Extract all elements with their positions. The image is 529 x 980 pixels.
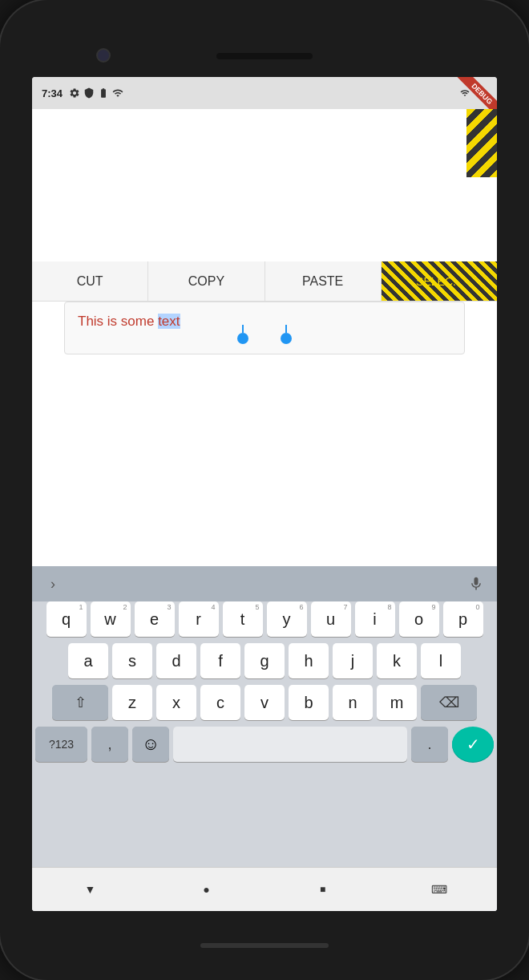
text-input-field[interactable]: This is some text — [64, 302, 465, 354]
key-h[interactable]: h — [289, 643, 329, 678]
status-icons — [69, 87, 123, 99]
key-e-number: 3 — [167, 603, 171, 611]
key-n[interactable]: n — [333, 685, 373, 720]
cut-button[interactable]: CUT — [32, 261, 148, 301]
phone-screen: 7:34 — [32, 77, 497, 911]
paste-button[interactable]: PASTE — [265, 261, 382, 301]
delete-key[interactable]: ⌫ — [421, 685, 477, 720]
back-button[interactable]: ▼ — [71, 873, 111, 905]
numbers-key[interactable]: ?123 — [35, 727, 87, 762]
period-key[interactable]: . — [411, 727, 448, 762]
key-q-number: 1 — [79, 603, 83, 611]
copy-button[interactable]: COPY — [148, 261, 264, 301]
key-v[interactable]: v — [244, 685, 285, 720]
text-before-selection: This is some — [78, 314, 158, 329]
keyboard-row-2: a s d f g h j k l — [32, 643, 497, 678]
key-c[interactable]: c — [200, 685, 240, 720]
keyboard-toolbar-left: › — [42, 573, 64, 595]
selection-handles — [78, 333, 451, 344]
key-u[interactable]: 7u — [311, 601, 351, 637]
key-o-number: 9 — [431, 603, 435, 611]
front-camera — [96, 48, 111, 63]
home-icon: ● — [203, 883, 209, 896]
key-q[interactable]: 1q — [46, 601, 87, 637]
key-p[interactable]: 0p — [443, 601, 483, 637]
select-all-button[interactable]: SELEC... — [382, 261, 497, 301]
keyboard-row-3: ⇧ z x c v b n m ⌫ — [32, 685, 497, 720]
emoji-key[interactable]: ☺ — [132, 727, 169, 762]
mic-icon — [468, 576, 484, 592]
key-e[interactable]: 3e — [135, 601, 175, 637]
shield-icon — [83, 87, 95, 99]
key-b[interactable]: b — [289, 685, 329, 720]
keyboard-bottom-row: ?123 , ☺ . ✓ — [32, 727, 497, 762]
earpiece-speaker — [216, 53, 313, 59]
key-w-number: 2 — [123, 603, 127, 611]
microphone-button[interactable] — [465, 573, 487, 595]
key-t[interactable]: 5t — [223, 601, 263, 637]
enter-key[interactable]: ✓ — [452, 727, 494, 762]
status-time: 7:34 — [42, 87, 63, 99]
battery-icon — [98, 87, 109, 99]
context-menu-toolbar: CUT COPY PASTE SELEC... — [32, 261, 497, 302]
key-w[interactable]: 2w — [91, 601, 131, 637]
key-t-number: 5 — [255, 603, 259, 611]
key-i-number: 8 — [387, 603, 391, 611]
keyboard-row-1: 1q 2w 3e 4r 5t 6y 7u 8i 9o 0p — [32, 601, 497, 637]
navigation-bar: ▼ ● ■ ⌨ — [32, 867, 497, 911]
keyboard-expand-button[interactable]: › — [42, 573, 64, 595]
app-content-area: CUT COPY PASTE SELEC... This is some tex… — [32, 109, 497, 911]
keyboard-toolbar: › — [32, 566, 497, 601]
comma-key[interactable]: , — [91, 727, 128, 762]
key-z[interactable]: z — [112, 685, 152, 720]
key-l[interactable]: l — [421, 643, 461, 678]
screen-content: 7:34 — [32, 77, 497, 911]
recents-icon: ■ — [320, 884, 325, 895]
keyboard-nav-button[interactable]: ⌨ — [419, 873, 459, 905]
recents-button[interactable]: ■ — [303, 873, 343, 905]
text-selection: text — [158, 314, 180, 329]
back-icon: ▼ — [85, 883, 96, 896]
bottom-bar — [200, 943, 329, 948]
phone-device: 7:34 — [0, 0, 529, 980]
key-s[interactable]: s — [112, 643, 152, 678]
key-u-number: 7 — [343, 603, 347, 611]
key-o[interactable]: 9o — [399, 601, 439, 637]
keyboard-nav-icon: ⌨ — [431, 883, 447, 896]
key-j[interactable]: j — [333, 643, 373, 678]
shift-key[interactable]: ⇧ — [52, 685, 108, 720]
keyboard: › 1q 2w 3e 4r 5t — [32, 566, 497, 911]
key-x[interactable]: x — [156, 685, 196, 720]
status-bar: 7:34 — [32, 77, 497, 109]
key-r[interactable]: 4r — [179, 601, 219, 637]
key-p-number: 0 — [475, 603, 479, 611]
selection-handle-end[interactable] — [281, 333, 292, 344]
space-key[interactable] — [173, 727, 407, 762]
key-m[interactable]: m — [377, 685, 417, 720]
warning-stripe — [466, 109, 497, 177]
key-y[interactable]: 6y — [267, 601, 307, 637]
key-f[interactable]: f — [200, 643, 240, 678]
selection-handle-start[interactable] — [237, 333, 248, 344]
home-button[interactable]: ● — [187, 873, 227, 905]
settings-icon — [69, 87, 80, 99]
text-content: This is some text — [78, 312, 451, 331]
key-a[interactable]: a — [68, 643, 108, 678]
key-y-number: 6 — [299, 603, 303, 611]
key-k[interactable]: k — [377, 643, 417, 678]
signal-icon — [112, 87, 123, 99]
key-i[interactable]: 8i — [355, 601, 395, 637]
key-r-number: 4 — [211, 603, 215, 611]
key-d[interactable]: d — [156, 643, 196, 678]
key-g[interactable]: g — [244, 643, 285, 678]
